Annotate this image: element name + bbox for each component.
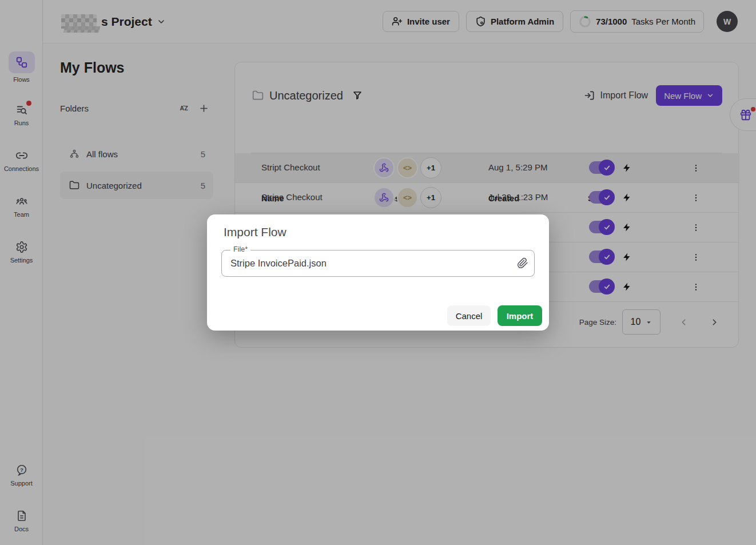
paperclip-icon[interactable]	[517, 257, 528, 269]
cancel-button[interactable]: Cancel	[447, 305, 491, 326]
dialog-title: Import Flow	[224, 225, 287, 239]
import-flow-dialog: Import Flow File* Cancel Import	[207, 214, 549, 331]
file-input[interactable]	[230, 251, 505, 276]
file-field: File*	[221, 250, 535, 277]
import-button[interactable]: Import	[498, 305, 542, 326]
app-screen: Flows Runs Connections Team Set	[0, 0, 756, 545]
